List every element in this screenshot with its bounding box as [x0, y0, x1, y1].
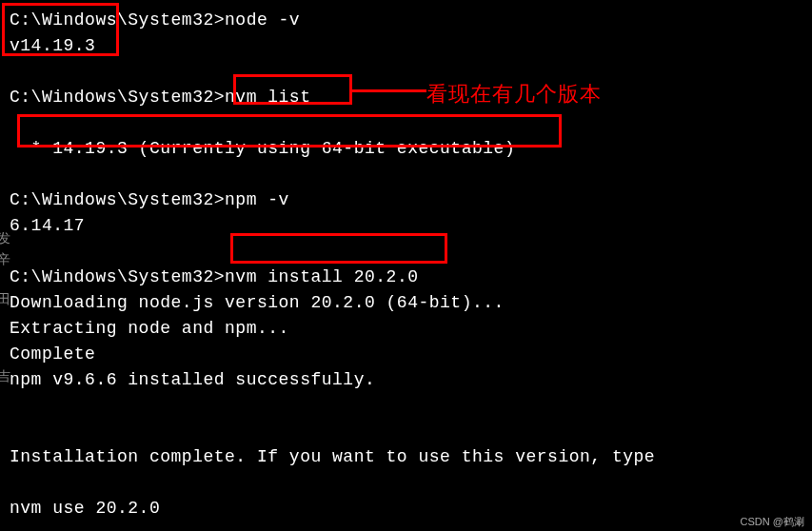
terminal-line: * 14.19.3 (Currently using 64-bit execut… [10, 136, 802, 162]
terminal-line: Complete [10, 342, 802, 367]
terminal-line: C:\Windows\System32>nvm install 20.2.0 [10, 265, 802, 290]
terminal-line: nvm use 20.2.0 [10, 496, 802, 521]
annotation-text: 看现在有几个版本 [426, 78, 602, 109]
terminal-line [10, 419, 802, 444]
terminal-line: v14.19.3 [10, 33, 802, 59]
terminal-line [10, 110, 802, 136]
watermark-text: CSDN @鹤涮 [741, 514, 804, 530]
terminal-line [10, 59, 802, 85]
terminal-line [10, 470, 802, 496]
terminal-output[interactable]: C:\Windows\System32>node -v v14.19.3 C:\… [10, 8, 802, 531]
terminal-line: Downloading node.js version 20.2.0 (64-b… [10, 290, 802, 316]
terminal-line: C:\Windows\System32>nvm list [10, 85, 802, 110]
terminal-line: C:\Windows\System32>node -v [10, 8, 802, 33]
terminal-line [10, 239, 802, 265]
terminal-line: npm v9.6.6 installed successfully. [10, 367, 802, 393]
terminal-line [10, 393, 802, 419]
terminal-line: 6.14.17 [10, 213, 802, 239]
terminal-line: Installation complete. If you want to us… [10, 444, 802, 470]
terminal-line: Extracting node and npm... [10, 316, 802, 342]
terminal-line [10, 162, 802, 187]
terminal-line [10, 521, 802, 531]
terminal-line: C:\Windows\System32>npm -v [10, 187, 802, 213]
